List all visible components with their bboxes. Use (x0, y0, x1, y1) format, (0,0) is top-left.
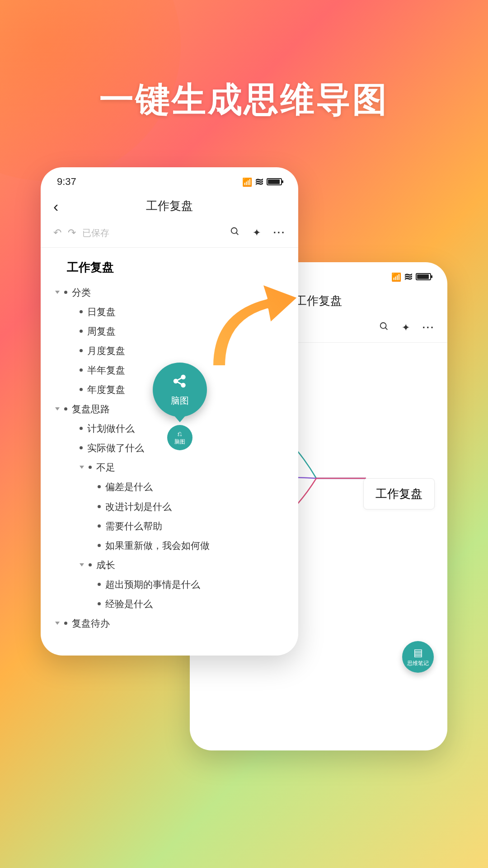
wifi-icon (255, 175, 264, 188)
bullet-icon (98, 583, 101, 586)
svg-point-2 (231, 228, 237, 234)
back-button[interactable]: ‹ (53, 198, 58, 214)
outline-doc-title[interactable]: 工作复盘 (67, 259, 286, 275)
list-item[interactable]: 改进计划是什么 (53, 497, 286, 516)
mindmap-root-node[interactable]: 工作复盘 (363, 478, 435, 509)
battery-icon (267, 178, 282, 185)
wifi-icon (404, 270, 413, 283)
bullet-icon (80, 330, 83, 333)
status-bar: 9:37 (41, 167, 298, 193)
list-item[interactable]: 不足 (53, 458, 286, 477)
caret-icon[interactable] (55, 407, 60, 410)
list-item[interactable]: 偏差是什么 (53, 477, 286, 496)
bullet-icon (98, 485, 101, 488)
list-item[interactable]: 如果重新做，我会如何做 (53, 536, 286, 555)
list-item[interactable]: 需要什么帮助 (53, 516, 286, 536)
bullet-icon (80, 368, 83, 372)
bullet-icon (98, 602, 101, 605)
ai-sparkle-icon[interactable]: ✦ (253, 227, 261, 239)
undo-icon[interactable]: ↶ (53, 227, 61, 239)
search-icon[interactable] (230, 226, 240, 239)
svg-line-1 (385, 328, 387, 330)
promo-headline: 一键生成思维导图 (0, 77, 488, 123)
transition-arrow-icon (194, 276, 303, 375)
callout-label: 脑图 (171, 395, 189, 407)
share-graph-icon: ⎌ (178, 430, 182, 438)
bullet-icon (80, 446, 83, 449)
svg-line-8 (177, 382, 182, 384)
bullet-icon (64, 407, 67, 410)
bullet-icon (64, 622, 67, 625)
list-item[interactable]: 成长 (53, 555, 286, 575)
mindmap-mini-button[interactable]: ⎌ 脑图 (167, 425, 192, 450)
share-graph-icon (172, 373, 188, 393)
svg-line-7 (177, 377, 182, 380)
caret-icon[interactable] (55, 291, 60, 294)
mindmap-button[interactable]: 脑图 (153, 363, 207, 417)
bullet-icon (98, 505, 101, 508)
bullet-icon (80, 427, 83, 430)
redo-icon[interactable]: ↷ (68, 227, 76, 239)
callout-pointer-icon (174, 416, 185, 422)
search-icon[interactable] (379, 321, 389, 334)
signal-icon (391, 271, 401, 283)
caret-icon[interactable] (55, 622, 60, 625)
notes-fab[interactable]: ▤ 思维笔记 (402, 641, 434, 673)
document-icon: ▤ (413, 647, 423, 659)
bullet-icon (80, 310, 83, 313)
toolbar: ↶ ↷ 已保存 ✦ ··· (41, 222, 298, 248)
more-icon[interactable]: ··· (273, 227, 286, 239)
svg-point-0 (380, 323, 386, 329)
signal-icon (242, 176, 252, 188)
caret-icon[interactable] (80, 466, 84, 469)
bullet-icon (89, 563, 92, 566)
list-item[interactable]: 超出预期的事情是什么 (53, 575, 286, 594)
ai-sparkle-icon[interactable]: ✦ (402, 322, 410, 334)
list-item[interactable]: 复盘待办 (53, 613, 286, 633)
bullet-icon (80, 388, 83, 391)
save-status: 已保存 (82, 227, 109, 239)
bullet-icon (64, 291, 67, 294)
bullet-icon (98, 524, 101, 528)
caret-icon[interactable] (80, 563, 84, 566)
page-title: 工作复盘 (146, 198, 193, 214)
nav-header: ‹ 工作复盘 (41, 193, 298, 222)
more-icon[interactable]: ··· (422, 322, 435, 334)
fab-label: 思维笔记 (407, 660, 429, 667)
battery-icon (416, 273, 431, 280)
status-time: 9:37 (57, 176, 76, 188)
svg-line-3 (236, 233, 238, 235)
list-item[interactable]: 经验是什么 (53, 594, 286, 613)
bullet-icon (89, 466, 92, 469)
bullet-icon (80, 349, 83, 352)
callout-small-label: 脑图 (174, 438, 185, 446)
bullet-icon (98, 544, 101, 547)
mindmap-callout: 脑图 ⎌ 脑图 (153, 363, 207, 450)
